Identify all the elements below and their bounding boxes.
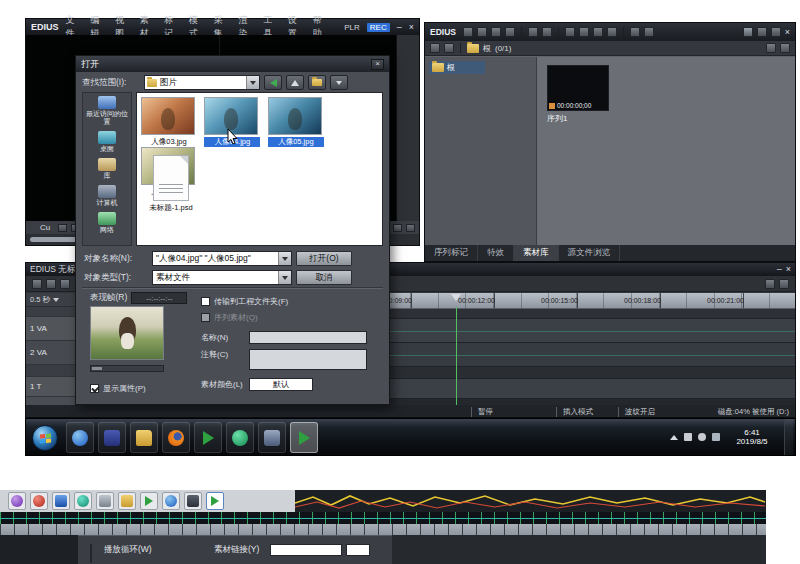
file-thumbnail[interactable] <box>141 97 195 135</box>
show-properties-checkbox[interactable] <box>90 384 99 393</box>
strip-app-icon-9[interactable] <box>184 492 202 510</box>
view-menu-icon[interactable] <box>330 75 348 90</box>
strip-app-icon-4[interactable] <box>74 492 92 510</box>
playhead-handle[interactable] <box>451 294 461 301</box>
clip-link-input-2[interactable] <box>346 544 370 556</box>
filename-combobox[interactable]: "人像04.jpg" "人像05.jpg" <box>152 251 292 266</box>
copy-icon[interactable] <box>579 27 589 37</box>
capture-icon[interactable] <box>505 27 515 37</box>
clip-link-input[interactable] <box>270 544 342 556</box>
preview-scrub-handle[interactable] <box>92 367 102 370</box>
file-item[interactable]: 未标题-1.psd <box>143 155 199 213</box>
explorer-icon[interactable] <box>130 422 158 453</box>
tab-source-browser[interactable]: 源文件浏览 <box>559 245 621 261</box>
firefox-icon[interactable] <box>162 422 190 453</box>
strip-app-icon-10[interactable] <box>206 492 224 510</box>
redo-icon[interactable] <box>60 279 70 289</box>
timeline-minimize-button[interactable]: – <box>777 265 782 274</box>
look-in-dropdown-button[interactable] <box>246 76 259 89</box>
tab-sequence-marker[interactable]: 序列标记 <box>425 245 478 261</box>
show-properties-row[interactable]: 显示属性(P) <box>90 383 146 394</box>
filename-dropdown-button[interactable] <box>278 252 291 265</box>
transfer-to-project-checkbox[interactable] <box>201 297 210 306</box>
delete-icon[interactable] <box>607 27 617 37</box>
strip-app-icon-8[interactable] <box>162 492 180 510</box>
timeline-close-button[interactable]: × <box>786 265 791 274</box>
bin-close-button[interactable]: × <box>785 28 790 37</box>
network-icon[interactable] <box>712 433 720 441</box>
minimize-button[interactable]: – <box>397 23 402 32</box>
tray-expand-icon[interactable] <box>670 435 678 440</box>
chat-app-icon[interactable] <box>226 422 254 453</box>
place-network[interactable]: 网络 <box>83 212 131 234</box>
track-header-1va[interactable]: 1 VA <box>26 317 78 341</box>
bin-clip-area[interactable]: 00:00:00;00 序列1 <box>537 57 795 245</box>
open-button[interactable]: 打开(O) <box>296 251 352 266</box>
loop-button[interactable] <box>393 224 402 232</box>
strip-app-icon-5[interactable] <box>96 492 114 510</box>
save-icon[interactable] <box>32 279 42 289</box>
open-icon[interactable] <box>477 27 487 37</box>
refresh-icon[interactable] <box>780 43 790 53</box>
timeline-options-icon[interactable] <box>779 279 789 289</box>
name-input[interactable] <box>249 331 367 344</box>
cancel-button[interactable]: 取消 <box>296 270 352 285</box>
back-icon[interactable] <box>264 75 282 90</box>
playhead-line[interactable] <box>456 307 457 405</box>
filter-icon[interactable] <box>766 43 776 53</box>
undo-icon[interactable] <box>630 27 640 37</box>
timeline-scale-select[interactable]: 0.5 秒 <box>26 293 78 307</box>
browser-icon[interactable] <box>66 422 94 453</box>
paste-icon[interactable] <box>593 27 603 37</box>
place-computer[interactable]: 计算机 <box>83 185 131 207</box>
list-view-icon[interactable] <box>757 27 767 37</box>
file-thumbnail[interactable] <box>268 97 322 135</box>
tab-effect[interactable]: 特效 <box>478 245 514 261</box>
thumbnail-view-icon[interactable] <box>743 27 753 37</box>
clip-thumbnail[interactable]: 00:00:00;00 <box>547 65 609 111</box>
strip-app-icon-6[interactable] <box>118 492 136 510</box>
tree-item-root[interactable]: 根 <box>429 61 485 74</box>
search-icon[interactable] <box>491 27 501 37</box>
strip-app-icon-3[interactable] <box>52 492 70 510</box>
comment-input[interactable] <box>249 349 367 370</box>
place-desktop[interactable]: 桌面 <box>83 131 131 153</box>
properties-icon[interactable] <box>644 27 654 37</box>
folder-up-icon[interactable] <box>430 43 440 53</box>
mail-app-icon[interactable] <box>98 422 126 453</box>
rewind-button[interactable] <box>58 224 67 232</box>
file-item-selected[interactable]: 人像05.jpg <box>268 97 324 147</box>
place-libraries[interactable]: 库 <box>83 158 131 180</box>
loop-checkbox[interactable] <box>90 544 92 563</box>
preview-scrub-slider[interactable] <box>90 365 164 372</box>
place-recent[interactable]: 最近访问的位置 <box>83 96 131 126</box>
file-item[interactable]: 人像03.jpg <box>141 97 197 147</box>
title-icon[interactable] <box>528 27 538 37</box>
dialog-close-button[interactable]: × <box>371 59 384 70</box>
track-settings-icon[interactable] <box>765 279 775 289</box>
new-sequence-icon[interactable] <box>542 27 552 37</box>
file-list[interactable]: 人像03.jpg 人像04.jpg 人像05.jpg 人像06.jpg 未标题-… <box>136 92 383 246</box>
start-button[interactable] <box>32 425 58 451</box>
psd-file-icon[interactable] <box>153 155 189 201</box>
clip-card-sequence[interactable]: 00:00:00;00 序列1 <box>547 65 609 124</box>
up-one-level-icon[interactable] <box>286 75 304 90</box>
show-desktop-button[interactable] <box>784 419 793 455</box>
volume-icon[interactable] <box>698 433 706 441</box>
filetype-dropdown-button[interactable] <box>278 271 291 284</box>
filetype-combobox[interactable]: 素材文件 <box>152 270 292 285</box>
close-button[interactable]: × <box>409 23 414 32</box>
track-header-1t[interactable]: 1 T <box>26 377 78 397</box>
undo-icon[interactable] <box>46 279 56 289</box>
taskbar-clock[interactable]: 6:41 2019/8/5 <box>726 428 778 446</box>
clip-color-button[interactable]: 默认 <box>249 378 313 391</box>
folder-tree-icon[interactable] <box>444 43 454 53</box>
media-player-icon[interactable] <box>194 422 222 453</box>
dialog-titlebar[interactable]: 打开 × <box>76 56 389 72</box>
new-folder-icon[interactable] <box>308 75 326 90</box>
edius-taskbar-icon[interactable] <box>290 422 318 453</box>
action-center-icon[interactable] <box>684 433 692 441</box>
sort-icon[interactable] <box>771 27 781 37</box>
new-clip-icon[interactable] <box>463 27 473 37</box>
transfer-row[interactable]: 传输到工程文件夹(F) <box>201 296 288 307</box>
